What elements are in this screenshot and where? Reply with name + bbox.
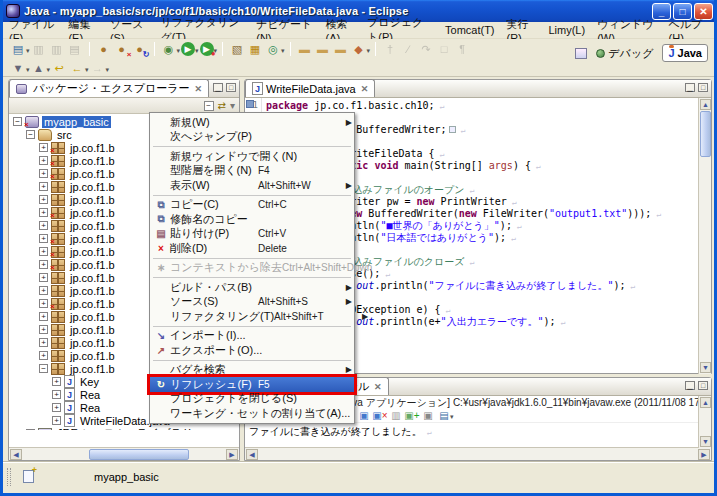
tree-item-jp.co.f1.b[interactable]: +×jp.co.f1.b [39, 232, 117, 245]
remove-launch-icon[interactable]: ▣× [373, 409, 387, 422]
expand-icon[interactable]: + [39, 208, 48, 217]
clear-console-icon[interactable]: ▣+ [405, 409, 419, 422]
context-menu-item-14[interactable]: ビルド・パス(B)▶ [150, 280, 354, 295]
expand-icon[interactable]: + [39, 312, 48, 321]
new-java-project-icon[interactable]: ▧ [229, 41, 245, 57]
tree-item-src[interactable]: −src [26, 128, 74, 141]
perspective-java[interactable]: J Java [662, 44, 708, 62]
show-whitespace-icon[interactable]: ¶ [454, 41, 470, 57]
expand-icon[interactable]: + [39, 247, 48, 256]
pin-console-icon[interactable]: ▣ [421, 409, 435, 422]
tab-writefiledata[interactable]: J WriteFileData.java ✕ [245, 79, 375, 97]
back-icon[interactable]: ← [69, 60, 85, 76]
context-menu-item-5[interactable]: 表示(W)Alt+Shift+W▶ [150, 178, 354, 193]
open-file-2-icon[interactable]: ▬ [315, 41, 331, 57]
expand-icon[interactable]: + [39, 156, 48, 165]
context-menu-item-3[interactable]: 新規ウィンドウで開く(N) [150, 149, 354, 164]
new-package-icon[interactable]: ▦ [247, 41, 263, 57]
expand-icon[interactable]: + [52, 377, 61, 386]
last-edit-location-icon[interactable]: ↩ [51, 60, 67, 76]
forward-icon[interactable]: → [90, 60, 106, 76]
minimize-editor-button[interactable]: ▁ [685, 83, 695, 92]
context-menu-item-15[interactable]: ソース(S)Alt+Shift+S▶ [150, 295, 354, 310]
tree-item-jp.co.f1.b[interactable]: +jp.co.f1.b [39, 310, 117, 323]
display-selected-console-icon[interactable]: ▣ [357, 409, 371, 422]
context-menu-item-0[interactable]: 新規(W)▶ [150, 115, 354, 130]
collapse-icon[interactable]: − [39, 364, 48, 373]
open-console-icon[interactable]: ▤ [437, 409, 451, 422]
expand-icon[interactable]: + [39, 325, 48, 334]
tomcat-start-icon[interactable]: ● [96, 41, 112, 57]
save-all-icon[interactable]: ▥ [49, 41, 65, 57]
tree-item-jp.co.f1.b[interactable]: +jp.co.f1.b [39, 336, 117, 349]
tab-package-explorer[interactable]: パッケージ・エクスプローラー ✕ [9, 79, 209, 97]
minimize-view-button[interactable]: ▁ [213, 83, 223, 92]
run-external-icon[interactable]: ▶● [200, 42, 214, 56]
console-hscrollbar[interactable]: ◀ ▶ [245, 447, 711, 460]
scroll-down-icon[interactable]: ▼ [700, 362, 711, 373]
mark-occurrences-icon[interactable]: ↷ [418, 41, 434, 57]
editor-vscrollbar[interactable]: ▲ ▼ [698, 98, 711, 374]
tree-item-jp.co.f1.b[interactable]: +×jp.co.f1.b [39, 297, 117, 310]
collapse-icon[interactable]: − [13, 117, 22, 126]
console-scroll-right-icon[interactable]: ▶ [698, 449, 710, 460]
expand-icon[interactable]: + [52, 390, 61, 399]
tree-item-jp.co.f1.b[interactable]: −jp.co.f1.b [39, 362, 117, 375]
expand-icon[interactable]: + [39, 234, 48, 243]
close-editor-icon[interactable]: ✕ [361, 84, 369, 94]
tree-item-jp.co.f1.b[interactable]: +jp.co.f1.b [39, 284, 117, 297]
tree-item-jp.co.f1.b[interactable]: +jp.co.f1.b [39, 349, 117, 362]
context-menu-item-23[interactable]: プロジェクトを閉じる(S) [150, 392, 354, 407]
open-web-browser-dropdown-icon[interactable]: ▾ [281, 47, 285, 55]
forward-dropdown-icon[interactable]: ▾ [106, 66, 110, 74]
tree-item-JRE-[interactable]: +JRE システム・ライブラリー[jdk1.6.0_11] [26, 427, 239, 430]
prev-annotation-icon[interactable]: ▲ [31, 60, 47, 76]
tree-item-jp.co.f1.b[interactable]: +×jp.co.f1.b [39, 167, 117, 180]
context-menu-item-7[interactable]: ⧉コピー(C)Ctrl+C [150, 198, 354, 213]
collapse-icon[interactable]: − [26, 130, 35, 139]
edit-icon[interactable]: ∕ [400, 41, 416, 57]
open-web-browser-icon[interactable]: ◎ [265, 41, 281, 57]
tree-item-Rea[interactable]: +JRea [52, 388, 102, 401]
expand-icon[interactable]: + [52, 416, 61, 425]
context-menu-item-21[interactable]: バグを検索▶ [150, 363, 354, 378]
context-menu-item-19[interactable]: ↗エクスポート(O)... [150, 343, 354, 358]
context-menu-item-24[interactable]: ワーキング・セットの割り当て(A)... [150, 406, 354, 421]
tree-item-jp.co.f1.b[interactable]: +×jp.co.f1.b [39, 258, 117, 271]
print-icon[interactable]: ▤ [67, 41, 83, 57]
save-icon[interactable]: ▥ [31, 41, 47, 57]
open-perspective-icon[interactable] [575, 48, 587, 59]
hscroll-thumb[interactable] [89, 449, 189, 460]
expand-icon[interactable]: + [39, 338, 48, 347]
maximize-editor-button[interactable]: □ [698, 83, 708, 92]
tree-item-jp.co.f1.b[interactable]: +×jp.co.f1.b [39, 206, 117, 219]
tree-item-jp.co.f1.b[interactable]: +jp.co.f1.b [39, 323, 117, 336]
context-menu-item-22[interactable]: ↻リフレッシュ(F)F5 [150, 377, 354, 392]
expand-icon[interactable]: + [39, 286, 48, 295]
console-scroll-left-icon[interactable]: ◀ [246, 449, 258, 460]
expand-icon[interactable]: + [26, 429, 35, 430]
menu-item-9[interactable]: Limy(L) [542, 23, 591, 37]
tree-item-jp.co.f1.b[interactable]: +×jp.co.f1.b [39, 154, 117, 167]
expand-icon[interactable]: + [39, 143, 48, 152]
tree-item-jp.co.f1.b[interactable]: +jp.co.f1.b [39, 193, 117, 206]
perspective-debug[interactable]: デバッグ [591, 44, 658, 63]
debug-icon[interactable]: ◉ [161, 41, 177, 57]
tree-item-Rea[interactable]: +JRea [52, 401, 102, 414]
tomcat-restart-icon[interactable]: ●↻ [132, 41, 148, 57]
next-annotation-icon[interactable]: ▼ [10, 60, 26, 76]
save-output-icon[interactable]: ▥ [389, 409, 403, 422]
close-view-icon[interactable]: ✕ [195, 84, 203, 94]
scroll-up-icon[interactable]: ▲ [700, 99, 711, 110]
console-vscrollbar[interactable]: ▲ ▼ [698, 396, 711, 448]
view-menu-icon[interactable]: ▾ [230, 100, 235, 111]
maximize-view-button[interactable]: □ [226, 83, 236, 92]
expand-icon[interactable]: + [39, 195, 48, 204]
context-menu-item-8[interactable]: ⧉修飾名のコピー [150, 212, 354, 227]
expand-icon[interactable]: + [39, 221, 48, 230]
context-menu-item-4[interactable]: 型階層を開く(N)F4 [150, 164, 354, 179]
scroll-right-icon[interactable]: ▶ [226, 449, 238, 460]
expand-icon[interactable]: + [39, 351, 48, 360]
expand-icon[interactable]: + [39, 299, 48, 308]
close-console-icon[interactable]: ✕ [374, 382, 382, 392]
